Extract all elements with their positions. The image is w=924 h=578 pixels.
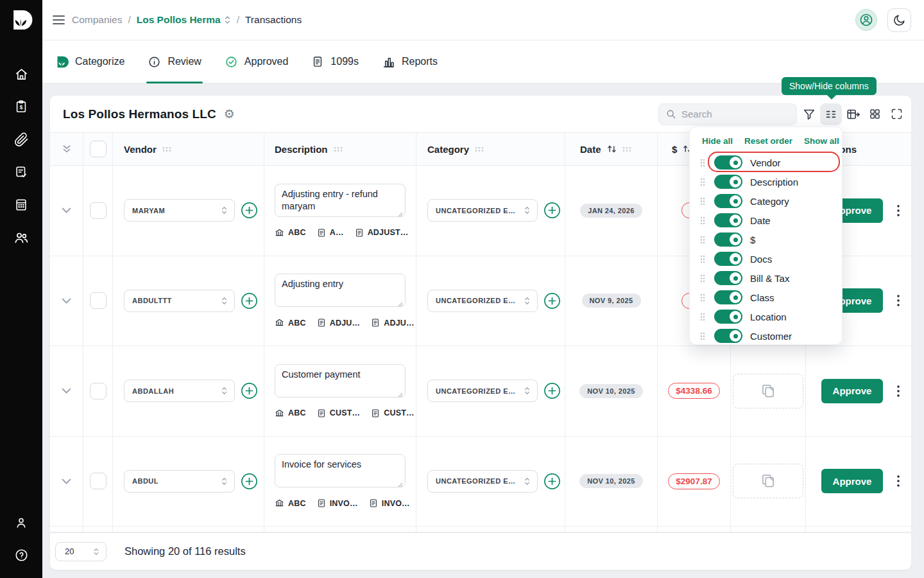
attachments-paperclip-icon[interactable]	[13, 132, 29, 147]
calculator-icon[interactable]	[13, 197, 29, 213]
drag-handle-icon[interactable]	[700, 216, 705, 225]
doc-chip[interactable]: INVO…	[369, 498, 410, 508]
breadcrumb-companies[interactable]: Companies	[72, 14, 122, 26]
search-input[interactable]	[681, 109, 784, 119]
bank-chip[interactable]: ABC	[275, 408, 306, 418]
column-grip-icon[interactable]	[162, 146, 171, 152]
sort-icon[interactable]	[607, 144, 617, 153]
doc-chip[interactable]: CUST…	[317, 408, 361, 418]
drag-handle-icon[interactable]	[700, 236, 705, 244]
add-category-button[interactable]	[543, 473, 561, 490]
doc-chip[interactable]: A…	[317, 228, 344, 238]
category-select[interactable]: UNCATEGORIZED E…	[427, 290, 538, 312]
export-table-button[interactable]	[842, 103, 864, 125]
column-grip-icon[interactable]	[475, 146, 484, 152]
drag-handle-icon[interactable]	[700, 293, 705, 302]
hide-all-link[interactable]: Hide all	[702, 136, 733, 146]
bank-chip[interactable]: ABC	[275, 318, 306, 328]
column-toggle[interactable]	[714, 310, 742, 324]
approve-button[interactable]: Approve	[821, 469, 883, 493]
drag-handle-icon[interactable]	[700, 178, 705, 186]
bank-chip[interactable]: ABC	[275, 498, 306, 508]
header-date[interactable]: Date	[565, 133, 658, 165]
column-toggle[interactable]	[714, 329, 742, 343]
add-vendor-button[interactable]	[241, 292, 258, 310]
row-expand-chevron-icon[interactable]	[61, 207, 72, 214]
user-avatar[interactable]	[855, 9, 877, 31]
account-person-icon[interactable]	[13, 515, 29, 530]
add-vendor-button[interactable]	[241, 473, 258, 490]
category-select[interactable]: UNCATEGORIZED E…	[427, 380, 538, 402]
row-checkbox[interactable]	[90, 473, 107, 489]
double-chevron-down-icon[interactable]	[61, 144, 73, 154]
doc-chip[interactable]: CUST…	[371, 408, 415, 418]
tab-reports[interactable]: Reports	[381, 40, 439, 83]
drag-handle-icon[interactable]	[700, 274, 705, 283]
page-size-select[interactable]: 20	[55, 542, 107, 561]
breadcrumb-company-selector[interactable]: Los Pollos Herma	[137, 14, 231, 26]
filter-button[interactable]	[798, 103, 820, 125]
row-expand-chevron-icon[interactable]	[61, 387, 72, 394]
date-badge[interactable]: NOV 10, 2025	[579, 384, 643, 398]
reset-order-link[interactable]: Reset order	[744, 136, 792, 146]
vendor-select[interactable]: ABDULTTT	[124, 290, 235, 312]
description-input[interactable]: Adjusting entry	[275, 274, 406, 307]
add-vendor-button[interactable]	[241, 202, 258, 219]
bank-chip[interactable]: ABC	[275, 228, 306, 238]
row-expand-chevron-icon[interactable]	[61, 297, 72, 304]
category-select[interactable]: UNCATEGORIZED E…	[427, 470, 538, 493]
date-badge[interactable]: NOV 9, 2025	[582, 293, 641, 308]
header-description[interactable]: Description	[264, 133, 416, 165]
fullscreen-button[interactable]	[886, 103, 907, 125]
row-checkbox[interactable]	[90, 383, 107, 399]
home-icon[interactable]	[13, 66, 29, 82]
help-icon[interactable]	[13, 547, 29, 563]
column-toggle[interactable]	[714, 194, 742, 208]
column-toggle[interactable]	[714, 155, 742, 170]
description-input[interactable]: Invoice for services	[275, 454, 406, 487]
category-select[interactable]: UNCATEGORIZED E…	[427, 199, 538, 222]
column-toggle[interactable]	[714, 213, 742, 227]
row-checkbox[interactable]	[90, 202, 107, 219]
app-logo[interactable]	[8, 7, 34, 33]
show-all-link[interactable]: Show all	[804, 136, 839, 146]
description-input[interactable]: Customer payment	[275, 364, 406, 398]
row-menu-kebab-icon[interactable]	[892, 473, 905, 489]
grid-view-button[interactable]	[864, 103, 886, 125]
drag-handle-icon[interactable]	[700, 159, 705, 167]
column-toggle[interactable]	[714, 175, 742, 189]
doc-chip[interactable]: ADJUST…	[355, 228, 409, 238]
billing-clipboard-icon[interactable]: $	[13, 99, 29, 114]
doc-chip[interactable]: ADJU…	[371, 318, 415, 328]
column-toggle[interactable]	[714, 232, 742, 247]
gear-icon[interactable]: ⚙	[224, 108, 235, 120]
date-badge[interactable]: JAN 24, 2026	[580, 204, 642, 218]
tab-categorize[interactable]: Categorize	[54, 40, 126, 83]
drag-handle-icon[interactable]	[700, 255, 705, 263]
clients-users-icon[interactable]	[13, 230, 29, 245]
row-menu-kebab-icon[interactable]	[892, 203, 905, 218]
doc-chip[interactable]: ADJU…	[317, 318, 361, 328]
row-menu-kebab-icon[interactable]	[892, 293, 905, 308]
column-toggle[interactable]	[714, 271, 742, 285]
add-category-button[interactable]	[543, 382, 561, 399]
add-category-button[interactable]	[543, 292, 561, 310]
row-expand-chevron-icon[interactable]	[61, 478, 72, 485]
tab-approved[interactable]: Approved	[223, 40, 290, 83]
header-category[interactable]: Category	[416, 133, 565, 165]
vendor-select[interactable]: ABDUL	[124, 470, 235, 493]
vendor-select[interactable]: ABDALLAH	[124, 380, 235, 402]
show-hide-columns-button[interactable]	[820, 103, 842, 125]
tab-review[interactable]: Review	[146, 40, 202, 83]
amount-badge[interactable]: $4338.66	[668, 383, 719, 399]
vendor-select[interactable]: MARYAM	[124, 199, 235, 222]
drag-handle-icon[interactable]	[700, 332, 705, 340]
drag-handle-icon[interactable]	[700, 197, 705, 206]
row-checkbox[interactable]	[90, 292, 107, 309]
column-toggle[interactable]	[714, 252, 742, 266]
docs-dropzone[interactable]	[733, 464, 803, 498]
add-category-button[interactable]	[543, 202, 561, 219]
column-grip-icon[interactable]	[622, 146, 631, 152]
review-document-icon[interactable]	[13, 164, 29, 180]
approve-button[interactable]: Approve	[821, 379, 883, 403]
